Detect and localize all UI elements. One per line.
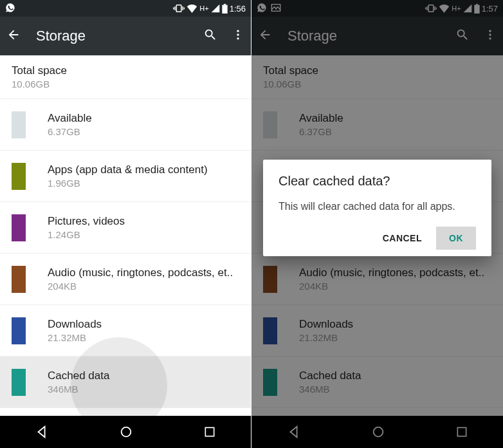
nav-back-icon[interactable]: [35, 425, 49, 439]
swatch-audio: [12, 266, 26, 293]
row-pictures[interactable]: Pictures, videos 1.24GB: [0, 202, 251, 254]
whatsapp-icon: [5, 3, 15, 15]
swatch-cached: [12, 369, 26, 396]
ok-button[interactable]: OK: [436, 227, 476, 250]
row-label: Apps (app data & media content): [48, 163, 244, 176]
svg-rect-6: [224, 4, 226, 5]
row-label: Available: [48, 112, 244, 125]
svg-point-7: [237, 30, 239, 32]
row-label: Pictures, videos: [48, 215, 244, 228]
dialog-actions: CANCEL OK: [279, 227, 476, 250]
page-title: Storage: [36, 28, 203, 44]
total-space-title: Total space: [12, 64, 239, 77]
svg-rect-0: [177, 5, 182, 12]
clock-text: 1:56: [230, 4, 246, 14]
dialog-title: Clear cached data?: [279, 174, 476, 189]
dialog-message: This will clear cached data for all apps…: [279, 199, 476, 214]
row-sub: 1.24GB: [48, 229, 244, 240]
row-sub: 1.96GB: [48, 178, 244, 189]
swatch-available: [12, 111, 26, 138]
clear-cache-dialog: Clear cached data? This will clear cache…: [263, 160, 491, 256]
total-space-value: 10.06GB: [12, 79, 239, 89]
signal-icon: [211, 4, 220, 13]
total-space-block: Total space 10.06GB: [0, 55, 251, 99]
app-bar: Storage: [0, 17, 251, 55]
network-type: H+: [199, 5, 208, 12]
status-bar: H+ 1:56: [0, 0, 251, 17]
row-audio[interactable]: Audio (music, ringtones, podcasts, et.. …: [0, 254, 251, 305]
phone-right: H+ 1:57 Storage Total space 10.06GB: [252, 0, 503, 448]
swatch-downloads: [12, 317, 26, 344]
nav-home-icon[interactable]: [119, 425, 133, 439]
svg-point-10: [122, 427, 131, 437]
row-sub: 204KB: [48, 281, 244, 292]
svg-rect-5: [222, 5, 227, 13]
wifi-icon: [187, 4, 197, 13]
cancel-button[interactable]: CANCEL: [374, 227, 431, 250]
vibrate-icon: [173, 4, 185, 13]
back-icon[interactable]: [6, 28, 21, 44]
nav-bar: [0, 416, 251, 448]
row-apps[interactable]: Apps (app data & media content) 1.96GB: [0, 151, 251, 202]
row-available[interactable]: Available 6.37GB: [0, 99, 251, 151]
row-cached-data[interactable]: Cached data 346MB: [0, 357, 251, 408]
row-label: Downloads: [48, 318, 244, 331]
svg-point-9: [237, 37, 239, 39]
battery-icon: [222, 4, 228, 14]
overflow-icon[interactable]: [232, 28, 244, 44]
swatch-apps: [12, 163, 26, 190]
svg-point-8: [237, 33, 239, 35]
row-sub: 21.32MB: [48, 332, 244, 343]
svg-rect-11: [205, 427, 214, 436]
row-label: Audio (music, ringtones, podcasts, et..: [48, 266, 244, 279]
row-sub: 6.37GB: [48, 126, 244, 137]
swatch-pictures: [12, 214, 26, 241]
search-icon[interactable]: [203, 28, 217, 44]
nav-recent-icon[interactable]: [203, 425, 216, 438]
storage-list: Total space 10.06GB Available 6.37GB App…: [0, 55, 251, 408]
phone-left: H+ 1:56 Storage Total space 10.06GB: [0, 0, 252, 448]
